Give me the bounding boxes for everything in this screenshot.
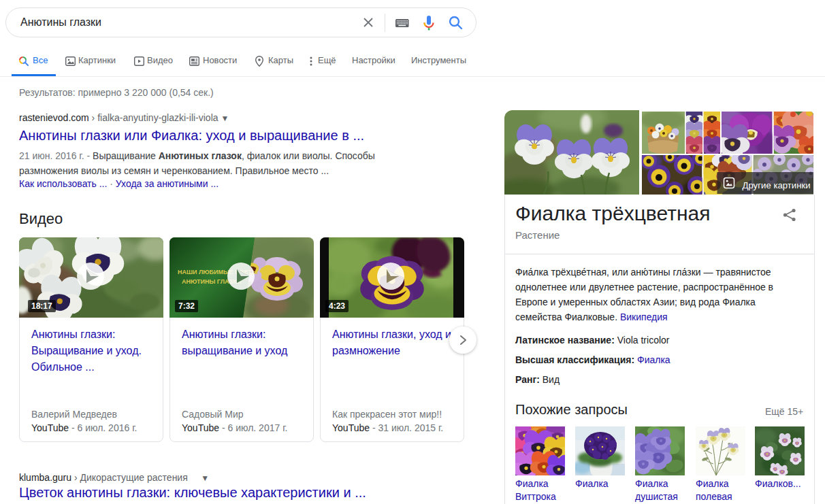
svg-text:Другие картинки: Другие картинки: [743, 180, 811, 190]
